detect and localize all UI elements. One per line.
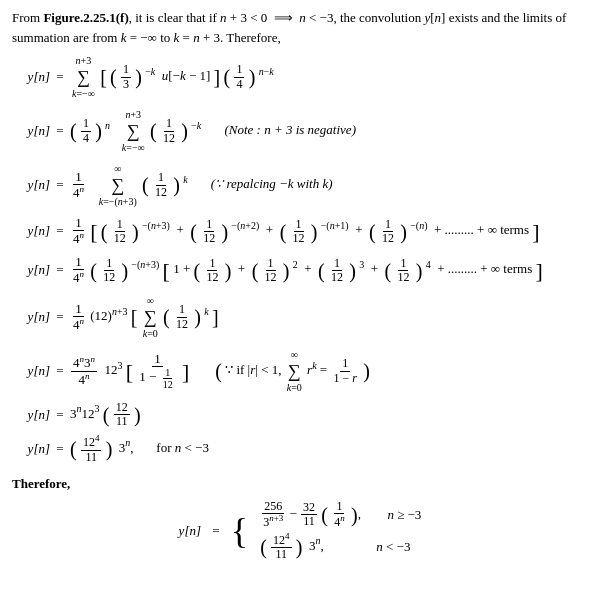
paren-36: ) — [106, 438, 113, 460]
final-yn-label: y[n] — [179, 521, 201, 541]
math-line-2: y[n] = ( 14 ) n n+3 ∑ k=−∞ ( 112 ) −k (N… — [12, 107, 588, 155]
paren-15: ( — [280, 221, 287, 243]
paren-case2: ( — [260, 535, 267, 557]
sum-2: n+3 ∑ k=−∞ — [122, 107, 145, 155]
paren-16: ) — [311, 221, 318, 243]
paren-23: ( — [252, 260, 259, 282]
paren-6: ) — [95, 120, 102, 142]
bracket-2: ] — [214, 66, 221, 88]
math-line-8: y[n] = 3n123 ( 1211 ) — [12, 401, 588, 428]
paren-10: ) — [173, 174, 180, 196]
rhs-5: 14n ( 112 ) −(n+3) [ 1 + ( 112 ) + ( 112… — [70, 254, 588, 287]
paren-35: ( — [70, 438, 77, 460]
frac-5-12b: 112 — [263, 257, 279, 284]
rhs-3: 14n ∞ ∑ k=−(n+3) ( 112 ) k (∵ repalcing … — [70, 161, 588, 209]
sum-3: ∞ ∑ k=−(n+3) — [99, 161, 137, 209]
paren-26: ) — [349, 260, 356, 282]
paren-31: ( — [215, 360, 222, 382]
frac-case2-124-11: 12411 — [271, 532, 292, 561]
paren-25: ( — [318, 260, 325, 282]
note-3: (∵ repalcing −k with k) — [211, 176, 333, 191]
paren-20: ) — [121, 260, 128, 282]
frac-2-4: 14 — [81, 117, 91, 144]
paren-8: ) — [181, 120, 188, 142]
paren-2: ) — [135, 66, 142, 88]
frac-1-3: 13 — [121, 63, 131, 90]
frac-case1-256: 2563n+3 — [261, 500, 285, 529]
case-1-condition: n ≥ −3 — [381, 505, 421, 525]
yn-label-1: y[n] — [12, 67, 50, 87]
rhs-9: ( 12411 ) 3n, for n < −3 — [70, 434, 588, 463]
bracket-1: [ — [100, 66, 107, 88]
final-equation-block: y[n] = { 2563n+3 − 3211 ( 14n ), n ≥ −3 — [12, 499, 588, 562]
paren-13: ( — [190, 221, 197, 243]
frac-5-4n: 14n — [71, 255, 86, 286]
yn-label-7: y[n] — [12, 361, 50, 381]
case-2-value: ( 12411 ) 3n, — [260, 532, 324, 561]
frac-7-main: 4n3n4n — [71, 355, 97, 387]
frac-4-12d: 112 — [380, 218, 396, 245]
rhs-4: 14n [ ( 112 ) −(n+3) + ( 112 ) −(n+2) + … — [70, 215, 588, 248]
math-line-7: y[n] = 4n3n4n 123 [ 11 − 112 ] ( ∵ if |r… — [12, 347, 588, 395]
paren-19: ( — [90, 260, 97, 282]
frac-5-12a: 112 — [204, 257, 220, 284]
intro-paragraph: From Figure.2.25.1(f), it is clear that … — [12, 8, 588, 47]
yn-label-8: y[n] — [12, 405, 50, 425]
paren-22: ) — [225, 260, 232, 282]
frac-4-12a: 112 — [112, 218, 128, 245]
yn-label-4: y[n] — [12, 215, 50, 241]
case-2: ( 12411 ) 3n, n < −3 — [260, 532, 421, 561]
paren-14: ) — [221, 221, 228, 243]
final-eq-sign: = — [209, 521, 223, 541]
paren-3: ( — [224, 66, 231, 88]
frac-4-12c: 112 — [291, 218, 307, 245]
paren-30: ) — [194, 306, 201, 328]
eq-8: = — [50, 405, 70, 425]
case-1: 2563n+3 − 3211 ( 14n ), n ≥ −3 — [260, 500, 421, 529]
paren-12: ) — [132, 221, 139, 243]
frac-7-sum: 11 − 112 — [137, 352, 177, 390]
sum-7: ∞ ∑ k=0 — [287, 347, 302, 395]
math-line-6: y[n] = 14n (12)n+3 [ ∞ ∑ k=0 ( 112 ) k ] — [12, 293, 588, 341]
frac-case1-14n: 14n — [332, 500, 347, 529]
frac-4-12b: 112 — [201, 218, 217, 245]
cases-brace: { — [231, 513, 248, 549]
yn-label-6: y[n] — [12, 307, 50, 327]
paren-11: ( — [101, 221, 108, 243]
paren-34: ) — [134, 404, 141, 426]
math-line-9: y[n] = ( 12411 ) 3n, for n < −3 — [12, 434, 588, 463]
frac-3-4n: 14n — [71, 170, 86, 201]
main-content: From Figure.2.25.1(f), it is clear that … — [12, 8, 588, 562]
frac-1-4: 14 — [234, 63, 244, 90]
frac-3-12: 112 — [153, 171, 169, 198]
yn-label-2: y[n] — [12, 121, 50, 141]
paren-case1: ( — [321, 504, 328, 526]
cases-block: 2563n+3 − 3211 ( 14n ), n ≥ −3 ( 12411 ) — [260, 499, 421, 562]
frac-6-12: 112 — [174, 303, 190, 330]
math-line-1: y[n] = n+3 ∑ k=−∞ [ ( 13 ) −k u[−k − 1] … — [12, 53, 588, 101]
paren-case1b: ) — [351, 504, 358, 526]
note-2: (Note : n + 3 is negative) — [224, 122, 356, 137]
frac-5-12: 112 — [101, 257, 117, 284]
paren-28: ) — [416, 260, 423, 282]
rhs-1: n+3 ∑ k=−∞ [ ( 13 ) −k u[−k − 1] ] ( 14 … — [70, 53, 588, 101]
therefore-label: Therefore, — [12, 474, 588, 494]
eq-5: = — [50, 254, 70, 280]
frac-5-12d: 112 — [395, 257, 411, 284]
eq-2: = — [50, 121, 70, 141]
math-line-5: y[n] = 14n ( 112 ) −(n+3) [ 1 + ( 112 ) … — [12, 254, 588, 287]
paren-33: ( — [103, 404, 110, 426]
rhs-8: 3n123 ( 1211 ) — [70, 401, 588, 428]
paren-case2b: ) — [296, 535, 303, 557]
eq-9: = — [50, 439, 70, 459]
eq-3: = — [50, 175, 70, 195]
paren-24: ) — [283, 260, 290, 282]
paren-21: ( — [193, 260, 200, 282]
eq-1: = — [50, 67, 70, 87]
eq-4: = — [50, 215, 70, 241]
sum-6: ∞ ∑ k=0 — [143, 293, 158, 341]
paren-18: ) — [400, 221, 407, 243]
paren-4: ) — [249, 66, 256, 88]
rhs-6: 14n (12)n+3 [ ∞ ∑ k=0 ( 112 ) k ] — [70, 293, 588, 341]
yn-label-5: y[n] — [12, 254, 50, 280]
